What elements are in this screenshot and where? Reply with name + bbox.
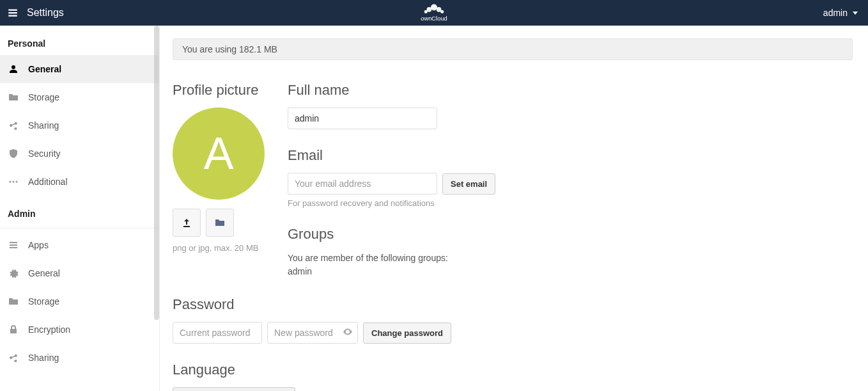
avatar-hint: png or jpg, max. 20 MB	[173, 243, 265, 253]
share-icon	[8, 120, 19, 131]
owncloud-logo-icon: ownCloud	[401, 2, 467, 24]
password-heading: Password	[173, 296, 853, 313]
folder-icon	[8, 92, 19, 103]
divider	[0, 228, 159, 228]
sidebar-item-label: Security	[28, 148, 151, 159]
set-email-button[interactable]: Set email	[442, 173, 495, 195]
fullname-input[interactable]	[288, 108, 437, 129]
upload-icon	[182, 218, 192, 228]
folder-icon	[8, 296, 19, 307]
email-input[interactable]	[288, 173, 437, 195]
profile-picture-section: Profile picture A png or jpg, max. 20 MB	[173, 82, 265, 253]
brand-logo[interactable]: ownCloud	[401, 0, 467, 26]
sidebar: Personal General Storage Sharing Securit…	[0, 26, 160, 391]
quota-usage-bar: You are using 182.1 MB	[173, 38, 853, 60]
sidebar-item-label: Storage	[28, 92, 151, 102]
sidebar-item-label: Storage	[28, 296, 151, 307]
menu-toggle-button[interactable]	[0, 0, 26, 26]
current-password-input[interactable]	[173, 322, 262, 344]
eye-icon	[343, 327, 353, 337]
sidebar-item-label: Sharing	[28, 120, 151, 131]
sidebar-item-personal-storage[interactable]: Storage	[0, 83, 159, 111]
sidebar-item-admin-apps[interactable]: Apps	[0, 231, 159, 259]
change-password-button[interactable]: Change password	[363, 323, 451, 344]
toggle-password-visibility-button[interactable]	[343, 327, 353, 339]
dots-icon	[8, 176, 19, 188]
folder-icon	[215, 218, 225, 228]
svg-point-7	[440, 10, 444, 13]
sidebar-item-personal-general[interactable]: General	[0, 55, 159, 83]
sidebar-item-label: Sharing	[28, 353, 151, 363]
email-heading: Email	[288, 147, 853, 164]
lock-icon	[8, 324, 19, 335]
user-icon	[8, 63, 19, 75]
upload-avatar-button[interactable]	[173, 209, 201, 237]
avatar: A	[173, 108, 265, 200]
bars-icon	[8, 239, 19, 251]
sidebar-item-personal-additional[interactable]: Additional	[0, 168, 159, 196]
avatar-initial: A	[204, 128, 234, 179]
svg-text:ownCloud: ownCloud	[421, 15, 447, 22]
groups-list: admin	[288, 265, 853, 278]
sidebar-item-admin-sharing[interactable]: Sharing	[0, 344, 159, 372]
groups-intro: You are member of the following groups:	[288, 251, 853, 265]
page-title: Settings	[27, 7, 64, 19]
user-menu-button[interactable]: admin	[823, 8, 864, 18]
header-bar: Settings ownCloud admin	[0, 0, 868, 26]
choose-from-files-button[interactable]	[206, 209, 234, 237]
share-icon	[8, 352, 19, 363]
sidebar-item-personal-security[interactable]: Security	[0, 140, 159, 168]
groups-heading: Groups	[288, 226, 853, 243]
gear-icon	[8, 267, 19, 279]
sidebar-item-label: General	[28, 64, 151, 74]
shield-icon	[8, 148, 19, 159]
language-heading: Language	[173, 362, 853, 378]
sidebar-item-label: General	[28, 268, 151, 278]
user-menu-label: admin	[823, 8, 848, 18]
svg-point-3	[431, 4, 437, 10]
caret-down-icon	[853, 12, 858, 15]
sidebar-section-admin: Admin	[0, 196, 159, 225]
sidebar-item-label: Apps	[28, 240, 151, 250]
fullname-heading: Full name	[288, 82, 853, 99]
svg-point-6	[424, 10, 428, 13]
sidebar-item-admin-encryption[interactable]: Encryption	[0, 315, 159, 344]
sidebar-item-admin-general[interactable]: General	[0, 259, 159, 287]
sidebar-section-personal: Personal	[0, 26, 159, 55]
language-select[interactable]: English	[173, 387, 295, 391]
sidebar-item-label: Encryption	[28, 324, 151, 335]
content-area: You are using 182.1 MB Profile picture A…	[160, 26, 868, 391]
profile-picture-heading: Profile picture	[173, 82, 265, 99]
hamburger-icon	[7, 7, 19, 19]
email-note: For password recovery and notifications	[288, 198, 853, 208]
scrollbar-thumb[interactable]	[154, 26, 159, 320]
sidebar-item-personal-sharing[interactable]: Sharing	[0, 111, 159, 140]
sidebar-item-label: Additional	[28, 177, 151, 187]
sidebar-item-admin-storage[interactable]: Storage	[0, 287, 159, 315]
